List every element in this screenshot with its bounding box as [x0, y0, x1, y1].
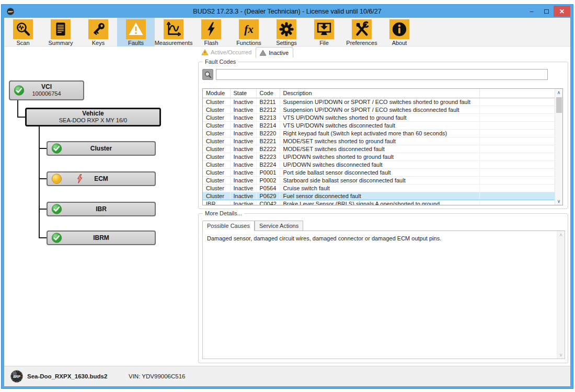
column-header-description[interactable]: Description	[280, 89, 479, 98]
cell-description: Starboard side ballast sensor disconnect…	[280, 176, 479, 184]
tab-inactive[interactable]: Inactive	[256, 47, 293, 57]
toolbar-button-faults[interactable]: Faults	[117, 18, 155, 47]
scroll-down-icon[interactable]: ∨	[557, 198, 561, 205]
scroll-up-icon[interactable]: ∧	[557, 89, 561, 96]
table-row[interactable]: IBR Inactive C0042 Brake Lever Sensor (B…	[203, 200, 555, 205]
cell-filler	[479, 200, 555, 205]
minimize-button[interactable]: –	[524, 6, 539, 17]
toolbar-label: Summary	[48, 40, 73, 46]
tab-service-actions[interactable]: Service Actions	[255, 221, 303, 230]
cell-code: P0564	[256, 184, 280, 192]
brp-logo-icon: BRP	[10, 370, 24, 383]
table-row[interactable]: Cluster Inactive B2223 UP/DOWN switches …	[203, 153, 555, 160]
table-row[interactable]: Cluster Inactive P0629 Fuel sensor disco…	[203, 192, 555, 200]
toolbar-button-settings[interactable]: Settings	[268, 18, 305, 47]
search-button[interactable]	[202, 69, 213, 80]
toolbar-button-file[interactable]: File	[305, 18, 343, 47]
cell-filler	[479, 137, 555, 145]
cell-module: Cluster	[203, 121, 230, 129]
table-row[interactable]: Cluster Inactive B2211 Suspension UP/DOW…	[203, 98, 555, 106]
fault-codes-group-label: Fault Codes	[203, 59, 238, 65]
table-row[interactable]: Cluster Inactive B2222 MODE/SET switches…	[203, 145, 555, 153]
svg-text:BRP: BRP	[13, 375, 20, 378]
toolbar-button-measurements[interactable]: Measurements	[155, 18, 192, 47]
table-row[interactable]: Cluster Inactive B2214 VTS UP/DOWN switc…	[203, 121, 555, 129]
details-tabs: Possible Causes Service Actions	[202, 221, 565, 231]
cell-filler	[479, 113, 555, 121]
cell-state: Inactive	[230, 168, 256, 176]
details-scrollbar[interactable]: ∧ ∨	[557, 231, 565, 359]
cell-module: Cluster	[203, 168, 230, 176]
cell-description: Fuel sensor disconnected fault	[280, 192, 479, 200]
cell-module: Cluster	[203, 176, 230, 184]
table-header-row[interactable]: Module State Code Description	[203, 89, 555, 98]
window-title: BUDS2 17.23.3 - (Dealer Technician) - Li…	[4, 8, 570, 15]
cell-state: Inactive	[230, 145, 256, 153]
tree-node-cluster[interactable]: Cluster	[47, 141, 156, 156]
details-content: Damaged sensor, damaged circuit wires, d…	[202, 231, 565, 359]
node-title: ECM	[94, 175, 108, 182]
cell-state: Inactive	[230, 176, 256, 184]
cell-description: MODE/SET switches disconnected fault	[280, 145, 479, 153]
tree-connector	[17, 117, 26, 118]
cell-state: Inactive	[230, 184, 256, 192]
warning-triangle-yellow-icon	[201, 49, 209, 55]
column-header-module[interactable]: Module	[203, 89, 230, 98]
toolbar-button-preferences[interactable]: Preferences	[343, 18, 381, 47]
details-text: Damaged sensor, damaged circuit wires, d…	[207, 235, 441, 241]
close-button[interactable]: ✕	[554, 6, 570, 17]
maximize-button[interactable]	[539, 6, 554, 17]
fault-search-input[interactable]	[216, 69, 548, 80]
table-row[interactable]: Cluster Inactive P0001 Port side ballast…	[203, 168, 555, 176]
cell-code: B2212	[256, 106, 280, 113]
table-row[interactable]: Cluster Inactive P0564 Cruise switch fau…	[203, 184, 555, 192]
table-row[interactable]: Cluster Inactive B2212 Suspension UP/DOW…	[203, 106, 555, 113]
table-scrollbar[interactable]: ∧ ∨	[555, 89, 562, 205]
cell-description: Brake Lever Sensor (BRLS) signals A open…	[280, 200, 479, 205]
status-warning-icon	[51, 174, 62, 185]
tab-possible-causes[interactable]: Possible Causes	[202, 221, 255, 232]
table-row[interactable]: Cluster Inactive B2221 MODE/SET switches…	[203, 137, 555, 145]
toolbar-button-flash[interactable]: Flash	[192, 18, 230, 47]
tree-node-vci[interactable]: VCI 100006754	[9, 80, 84, 100]
cell-code: C0042	[256, 200, 280, 205]
tree-node-vehicle[interactable]: Vehicle SEA-DOO RXP X MY 16/0	[25, 108, 161, 126]
cell-state: Inactive	[230, 113, 256, 121]
column-header-code[interactable]: Code	[256, 89, 280, 98]
cell-filler	[479, 192, 555, 200]
tree-node-ecm[interactable]: ECM	[47, 171, 156, 186]
tree-connector	[39, 126, 40, 238]
scroll-up-icon[interactable]: ∧	[559, 231, 563, 238]
tree-connector	[17, 100, 18, 118]
cell-module: Cluster	[203, 106, 230, 113]
tree-node-ibrm[interactable]: IBRM	[47, 230, 156, 245]
cell-module: Cluster	[203, 137, 230, 145]
tree-node-ibr[interactable]: IBR	[47, 202, 156, 216]
table-row[interactable]: Cluster Inactive P0002 Starboard side ba…	[203, 176, 555, 184]
scroll-thumb[interactable]	[556, 97, 562, 113]
cell-code: B2213	[256, 113, 280, 121]
tab-active-occurred[interactable]: Active/Occurred	[198, 47, 256, 57]
functions-icon: fx	[239, 19, 259, 39]
toolbar-button-keys[interactable]: Keys	[79, 18, 117, 47]
toolbar-label: Flash	[204, 40, 218, 46]
cell-state: Inactive	[230, 160, 256, 168]
toolbar-label: Settings	[276, 40, 297, 46]
table-row[interactable]: Cluster Inactive B2213 VTS UP/DOWN switc…	[203, 113, 555, 121]
table-row[interactable]: Cluster Inactive B2224 UP/DOWN switches …	[203, 160, 555, 168]
table-row[interactable]: Cluster Inactive B2220 Right keypad faul…	[203, 129, 555, 137]
toolbar-label: Faults	[128, 40, 144, 46]
cell-module: Cluster	[203, 153, 230, 160]
toolbar-button-summary[interactable]: Summary	[42, 18, 79, 47]
scroll-down-icon[interactable]: ∨	[559, 351, 563, 359]
cell-code: P0001	[256, 168, 280, 176]
fault-state-tabs: Active/Occurred Inactive	[198, 47, 293, 57]
cell-code: P0629	[256, 192, 280, 200]
cell-description: VTS UP/DOWN switches disconnected fault	[280, 121, 479, 129]
toolbar-button-about[interactable]: About	[381, 18, 418, 47]
column-header-state[interactable]: State	[230, 89, 256, 98]
toolbar-button-functions[interactable]: fx Functions	[230, 18, 268, 47]
cell-description: UP/DOWN switches shorted to ground fault	[280, 153, 479, 160]
toolbar-button-scan[interactable]: Scan	[4, 18, 42, 47]
cell-module: Cluster	[203, 145, 230, 153]
